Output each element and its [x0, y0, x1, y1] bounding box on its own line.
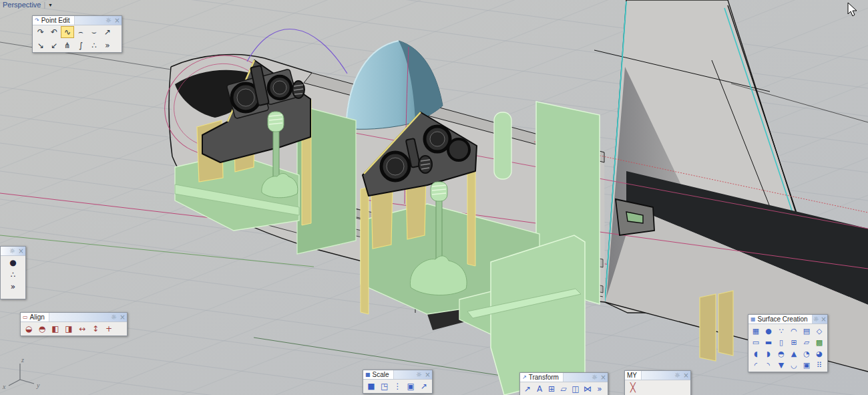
align-top-button[interactable]: ◓	[35, 323, 49, 335]
make-periodic-button[interactable]: ∫	[74, 39, 87, 51]
gear-icon[interactable]: ☼	[8, 247, 17, 255]
my-tab[interactable]: MY	[625, 371, 642, 380]
orient-button[interactable]: ◫	[570, 383, 582, 395]
scale-titlebar[interactable]: ■ Scale ☼ ×	[363, 370, 432, 380]
extrude-straight-button[interactable]: ◖	[750, 348, 762, 359]
loft-button[interactable]: ◕	[813, 348, 825, 359]
extrude-curved-button[interactable]: ◓	[775, 348, 787, 359]
scale-3d-button[interactable]: ■	[365, 380, 378, 392]
extrude-along-curve-button[interactable]: ◗	[763, 348, 775, 359]
gear-icon[interactable]: ☼	[415, 370, 423, 379]
close-icon[interactable]: ×	[113, 16, 122, 25]
flow-along-curve-button[interactable]: A	[533, 383, 546, 395]
close-icon[interactable]: ×	[682, 371, 690, 380]
left-dock-titlebar[interactable]: ☼ ×	[1, 247, 25, 256]
close-icon[interactable]: ×	[17, 247, 25, 255]
titlebar-spacer[interactable]	[394, 370, 415, 379]
scale-1d-button[interactable]: ⋮	[391, 380, 405, 392]
more-button[interactable]: »	[594, 383, 606, 395]
my-title: MY	[627, 372, 637, 379]
custom-macro-button[interactable]: ╳	[626, 381, 640, 393]
insert-control-point-button[interactable]: ⌢	[74, 26, 87, 38]
gear-icon[interactable]: ☼	[813, 315, 820, 323]
viewport-label-text[interactable]: Perspective	[3, 1, 41, 9]
align-horizontal-center-button[interactable]: ↔	[75, 323, 89, 335]
scale-2d-button[interactable]: ◳	[378, 380, 391, 392]
close-icon[interactable]: ×	[423, 370, 432, 379]
point-edit-titlebar[interactable]: ↷ Point Edit ☼ ×	[33, 16, 122, 25]
scale-tab[interactable]: ■ Scale	[363, 370, 394, 379]
sweep-1-rail-button[interactable]: ◜	[750, 360, 762, 370]
move-uvn-button[interactable]: ↘	[34, 39, 47, 51]
scale-row: ■◳⋮▣↗	[363, 380, 432, 393]
remove-control-point-button[interactable]: ⌣	[87, 26, 101, 38]
adjust-end-bulge-button[interactable]: ↙	[47, 39, 61, 51]
vertical-plane-button[interactable]: ▯	[775, 337, 787, 348]
surface-creation-titlebar[interactable]: ▦ Surface Creation ☼ ×	[748, 315, 827, 324]
rectangular-plane-button[interactable]: ▭	[750, 337, 762, 348]
insert-edit-point-button[interactable]: ⋔	[61, 39, 74, 51]
insert-kink-button[interactable]: ↗	[101, 26, 114, 38]
align-left-button[interactable]: ◧	[49, 323, 62, 335]
drape-button[interactable]: ◡	[788, 360, 800, 370]
more-button[interactable]: »	[101, 39, 114, 51]
axis-label-y: y	[36, 382, 40, 389]
gear-icon[interactable]: ☼	[673, 371, 682, 380]
transform-titlebar[interactable]: ↗ Transform ☼ ×	[520, 373, 608, 382]
points-off-button[interactable]: ∴	[7, 269, 20, 281]
handlebar-editor-button[interactable]: ∿	[61, 26, 74, 38]
close-icon[interactable]: ×	[820, 315, 827, 323]
viewport-3d-scene[interactable]: z x y	[0, 0, 868, 395]
gear-icon[interactable]: ☼	[110, 313, 118, 321]
titlebar-spacer[interactable]	[75, 16, 104, 25]
cutting-plane-button[interactable]: ▱	[801, 337, 813, 348]
close-icon[interactable]: ×	[118, 313, 127, 321]
more-button[interactable]: »	[7, 281, 20, 293]
curve-network-surface-button[interactable]: ⊞	[788, 337, 800, 348]
close-icon[interactable]: ×	[599, 373, 608, 382]
point-edit-tab[interactable]: ↷ Point Edit	[33, 16, 75, 25]
surface-creation-tab[interactable]: ▦ Surface Creation	[748, 315, 813, 323]
heightfield-button[interactable]: ▩	[813, 337, 825, 348]
planar-curves-surface-button[interactable]: ◇	[813, 325, 825, 336]
viewport-label[interactable]: Perspective | ▼	[3, 1, 53, 9]
three-point-plane-button[interactable]: ▬	[763, 337, 775, 348]
sweep-2-rails-button[interactable]: ◝	[763, 360, 775, 370]
mirror-button[interactable]: ⋈	[582, 383, 594, 395]
extrude-to-point-button[interactable]: ▲	[788, 348, 800, 359]
titlebar-spacer[interactable]	[564, 373, 590, 382]
align-titlebar[interactable]: ▭ Align ☼ ×	[21, 313, 127, 322]
non-uniform-scale-button[interactable]: ▣	[404, 380, 417, 392]
transform-tab[interactable]: ↗ Transform	[520, 373, 564, 382]
align-right-button[interactable]: ◨	[62, 323, 75, 335]
scale-by-plane-button[interactable]: ↗	[417, 380, 431, 392]
titlebar-spacer[interactable]	[642, 371, 673, 380]
patch-surface-button[interactable]: ◠	[788, 325, 800, 336]
align-bottom-button[interactable]: ◒	[22, 323, 35, 335]
gear-icon[interactable]: ☼	[590, 373, 599, 382]
sort-points-button[interactable]: ∴	[87, 39, 101, 51]
array-button[interactable]: ⊞	[546, 383, 558, 395]
insert-knot-button[interactable]: ↷	[34, 26, 47, 38]
control-point-grid-button[interactable]: ⠿	[813, 360, 825, 370]
titlebar-spacer[interactable]	[49, 313, 110, 321]
points-on-button[interactable]: ●	[7, 257, 20, 269]
gear-icon[interactable]: ☼	[104, 16, 113, 25]
remove-knot-button[interactable]: ↶	[47, 26, 61, 38]
sphere-button[interactable]: ●	[763, 325, 775, 336]
titlebar-spacer[interactable]	[1, 247, 8, 255]
edge-curves-surface-button[interactable]: ▤	[801, 325, 813, 336]
move-button[interactable]: ↗	[521, 383, 533, 395]
shear-button[interactable]: ▱	[558, 383, 570, 395]
align-tab[interactable]: ▭ Align	[21, 313, 49, 321]
picture-frame-button[interactable]: ▣	[801, 360, 813, 370]
point-grid-surface-button[interactable]: ∵	[775, 325, 787, 336]
align-centers-button[interactable]: +	[102, 323, 116, 335]
my-titlebar[interactable]: MY ☼ ×	[625, 371, 690, 380]
corner-points-surface-button[interactable]: ▦	[750, 325, 762, 336]
align-vertical-center-button[interactable]: ↕	[89, 323, 102, 335]
ribbon-button[interactable]: ◔	[801, 348, 813, 359]
revolve-button[interactable]: ▼	[775, 360, 787, 370]
point-edit-toolbar: ↷ Point Edit ☼ × ↷↶∿⌢⌣↗ ↘↙⋔∫∴»	[32, 15, 122, 53]
viewport-dropdown-arrow[interactable]: ▼	[48, 3, 53, 7]
